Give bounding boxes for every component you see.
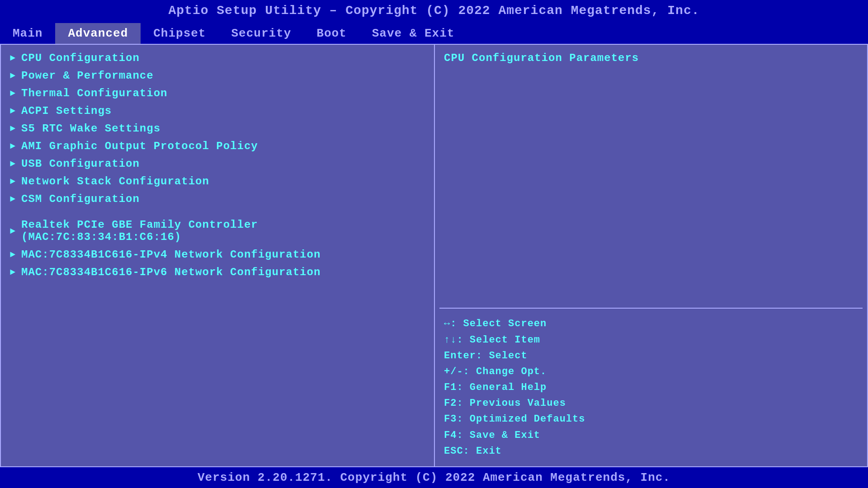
keybinding-item: ↔: Select Screen bbox=[444, 316, 858, 332]
nav-tab-boot[interactable]: Boot bbox=[304, 23, 359, 44]
keybinding-item: F4: Save & Exit bbox=[444, 427, 858, 443]
arrow-icon: ► bbox=[10, 53, 16, 63]
nav-bar: MainAdvancedChipsetSecurityBootSave & Ex… bbox=[0, 21, 868, 44]
footer: Version 2.20.1271. Copyright (C) 2022 Am… bbox=[0, 467, 868, 488]
nav-tab-main[interactable]: Main bbox=[0, 23, 55, 44]
title-bar: Aptio Setup Utility – Copyright (C) 2022… bbox=[0, 0, 868, 21]
arrow-icon: ► bbox=[10, 194, 16, 204]
arrow-icon: ► bbox=[10, 249, 16, 260]
keybinding-item: Enter: Select bbox=[444, 348, 858, 364]
keybindings: ↔: Select Screen↑↓: Select ItemEnter: Se… bbox=[435, 309, 867, 466]
menu-item[interactable]: ►CPU Configuration bbox=[1, 49, 434, 67]
keybinding-item: F1: General Help bbox=[444, 380, 858, 395]
keybinding-item: F3: Optimized Defaults bbox=[444, 411, 858, 427]
menu-item[interactable]: ►Power & Performance bbox=[1, 67, 434, 84]
menu-item[interactable]: ►Network Stack Configuration bbox=[1, 173, 434, 190]
menu-item-network[interactable]: ►MAC:7C8334B1C616-IPv4 Network Configura… bbox=[1, 246, 434, 263]
arrow-icon: ► bbox=[10, 123, 16, 134]
menu-item-network[interactable]: ►MAC:7C8334B1C616-IPv6 Network Configura… bbox=[1, 263, 434, 281]
menu-item[interactable]: ►ACPI Settings bbox=[1, 102, 434, 120]
nav-tab-save---exit[interactable]: Save & Exit bbox=[359, 23, 467, 44]
arrow-icon: ► bbox=[10, 141, 16, 151]
menu-item[interactable]: ►S5 RTC Wake Settings bbox=[1, 120, 434, 137]
menu-item[interactable]: ►USB Configuration bbox=[1, 155, 434, 173]
menu-item[interactable]: ►CSM Configuration bbox=[1, 190, 434, 208]
arrow-icon: ► bbox=[10, 267, 16, 277]
keybinding-item: F2: Previous Values bbox=[444, 395, 858, 411]
right-panel: CPU Configuration Parameters ↔: Select S… bbox=[435, 45, 867, 466]
arrow-icon: ► bbox=[10, 159, 16, 169]
help-text: CPU Configuration Parameters bbox=[435, 45, 867, 308]
keybinding-item: ESC: Exit bbox=[444, 443, 858, 459]
arrow-icon: ► bbox=[10, 70, 16, 81]
main-content: ►CPU Configuration►Power & Performance►T… bbox=[0, 44, 868, 467]
left-panel: ►CPU Configuration►Power & Performance►T… bbox=[1, 45, 435, 466]
menu-separator bbox=[1, 208, 434, 216]
menu-item[interactable]: ►AMI Graphic Output Protocol Policy bbox=[1, 137, 434, 155]
keybinding-item: ↑↓: Select Item bbox=[444, 332, 858, 348]
nav-tab-security[interactable]: Security bbox=[218, 23, 304, 44]
nav-tab-chipset[interactable]: Chipset bbox=[141, 23, 218, 44]
arrow-icon: ► bbox=[10, 106, 16, 116]
keybinding-item: +/-: Change Opt. bbox=[444, 364, 858, 380]
nav-tab-advanced[interactable]: Advanced bbox=[55, 23, 141, 44]
arrow-icon: ► bbox=[10, 226, 16, 236]
menu-item-network[interactable]: ►Realtek PCIe GBE Family Controller (MAC… bbox=[1, 216, 434, 246]
arrow-icon: ► bbox=[10, 176, 16, 187]
menu-item[interactable]: ►Thermal Configuration bbox=[1, 84, 434, 102]
arrow-icon: ► bbox=[10, 88, 16, 99]
